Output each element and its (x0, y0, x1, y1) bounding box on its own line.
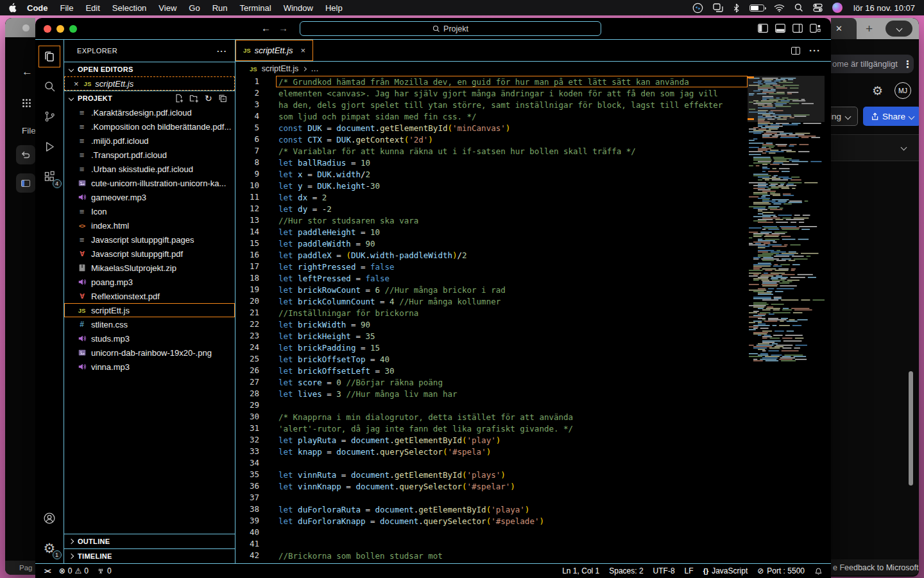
code-line-38[interactable]: 38let duForloraRuta = document.getElemen… (235, 504, 748, 515)
open-editor-item[interactable]: × JS scriptEtt.js (64, 76, 235, 91)
code-line-13[interactable]: 13//Hur stor studsaren ska vara (235, 215, 748, 226)
code-editor[interactable]: 1/* Grundkod hämtad från Mozilla dev, en… (235, 76, 831, 563)
problems-status[interactable]: ⊗0 ⚠0 (59, 566, 89, 575)
new-folder-icon[interactable] (189, 94, 199, 103)
file-row[interactable]: ≡Javascript slutuppgift.pages (64, 232, 235, 247)
run-debug-activity-icon[interactable] (35, 132, 64, 162)
code-line-29[interactable]: 29 (235, 399, 748, 411)
close-icon[interactable]: × (74, 79, 79, 89)
toggle-sidebar-icon[interactable] (758, 24, 768, 33)
history-forward-button[interactable]: → (278, 22, 288, 33)
timeline-section-header[interactable]: TIMELINE (64, 548, 235, 563)
code-line-28[interactable]: 28let lives = 3 //Hur många liv man har (235, 388, 748, 399)
file-row[interactable]: <>index.html (64, 218, 235, 232)
code-line-33[interactable]: 33let knapp = document.querySelector('#s… (235, 446, 748, 457)
code-line-37[interactable]: 37 (235, 492, 748, 504)
control-center-icon[interactable] (813, 3, 823, 12)
file-menu-item[interactable]: File (22, 126, 35, 136)
code-line-11[interactable]: 11let dx = 2 (235, 191, 748, 203)
customize-layout-icon[interactable] (810, 24, 821, 33)
spotlight-icon[interactable] (794, 3, 803, 12)
code-line-32[interactable]: 32let playRuta = document.getElementById… (235, 434, 748, 446)
views-actions-icon[interactable]: ··· (217, 46, 227, 56)
file-row[interactable]: ≡.Transport.pdf.icloud (64, 148, 235, 162)
tab-scriptett[interactable]: JS scriptEtt.js × (235, 40, 313, 61)
kebab-menu-icon[interactable]: ⋮ (898, 58, 912, 70)
code-line-16[interactable]: 16let paddleX = (DUK.width-paddleWidth)/… (235, 249, 748, 261)
account-icon[interactable] (35, 503, 64, 533)
file-row[interactable]: ≡.Karaktärsdesign.pdf.icloud (64, 105, 235, 119)
creative-cloud-icon[interactable] (692, 3, 703, 13)
file-row[interactable]: vinna.mp3 (64, 360, 235, 374)
status-notifications[interactable] (814, 567, 823, 575)
ports-status[interactable]: 0 (97, 566, 112, 575)
explorer-activity-icon[interactable] (35, 41, 64, 71)
file-row[interactable]: unicorn-dab-rainbow-19x20-.png (64, 346, 235, 360)
more-actions-icon[interactable]: ··· (809, 45, 821, 56)
update-notice[interactable]: ome är tillgängligt ⋮ (831, 55, 914, 73)
code-line-14[interactable]: 14let paddleHeight = 10 (235, 226, 748, 238)
code-line-35[interactable]: 35let vinnRuta = document.getElementById… (235, 469, 748, 480)
editing-mode-button[interactable]: ing (831, 107, 858, 126)
close-window-button[interactable] (44, 25, 51, 33)
code-line-1[interactable]: 1/* Grundkod hämtad från Mozilla dev, en… (235, 76, 748, 87)
status-language[interactable]: {}JavaScript (703, 566, 748, 575)
code-line-36[interactable]: 36let vinnKnapp = document.querySelector… (235, 480, 748, 492)
close-tab-icon[interactable]: × (301, 46, 306, 55)
open-editors-header[interactable]: OPEN EDITORS (64, 62, 235, 76)
breadcrumb[interactable]: JS scriptEtt.js … (235, 62, 831, 76)
code-lines[interactable]: 1/* Grundkod hämtad från Mozilla dev, en… (235, 76, 748, 563)
avatar[interactable]: MJ (894, 82, 911, 99)
code-line-17[interactable]: 17let rightPressed = false (235, 261, 748, 272)
code-line-30[interactable]: 30/* Knapprna i min dialogrutor, detta i… (235, 411, 748, 423)
collapsed-ribbon[interactable] (831, 134, 919, 161)
file-row[interactable]: #stliten.css (64, 317, 235, 331)
source-control-activity-icon[interactable] (35, 101, 64, 132)
minimap-slider[interactable] (748, 76, 825, 122)
code-line-8[interactable]: 8let ballRadius = 10 (235, 157, 748, 168)
battery-icon[interactable] (749, 4, 764, 12)
stage-manager-icon[interactable] (713, 3, 723, 12)
menu-code[interactable]: Code (27, 3, 48, 13)
scrollbar[interactable] (909, 371, 913, 486)
code-line-39[interactable]: 39let duForloraKnapp = document.querySel… (235, 515, 748, 527)
code-line-18[interactable]: 18let leftPressed = false (235, 272, 748, 284)
file-row[interactable]: ≡.miljö.pdf.icloud (64, 134, 235, 148)
minimize-window-button[interactable] (56, 25, 64, 33)
code-line-6[interactable]: 6const CTX = DUK.getContext('2d') (235, 134, 748, 145)
command-center-search[interactable]: Projekt (300, 21, 601, 36)
menu-go[interactable]: Go (189, 3, 200, 13)
code-line-23[interactable]: 23let brickHeight = 35 (235, 330, 748, 342)
status-spaces[interactable]: Spaces: 2 (609, 566, 643, 575)
menu-clock[interactable]: lör 16 nov. 10:07 (853, 3, 915, 13)
file-row[interactable]: ≡.Urban skisstudie.pdf.icloud (64, 162, 235, 176)
code-line-22[interactable]: 22let brickWidth = 90 (235, 319, 748, 330)
code-line-7[interactable]: 7/* Variablar för att kunna räkna ut i i… (235, 145, 748, 157)
code-line-10[interactable]: 10let y = DUK.height-30 (235, 180, 748, 191)
bluetooth-icon[interactable] (733, 3, 740, 13)
new-tab-button[interactable]: + (866, 22, 873, 36)
tab-list-button[interactable] (886, 21, 912, 37)
menu-run[interactable]: Run (212, 3, 228, 13)
code-line-34[interactable]: 34 (235, 457, 748, 469)
feedback-link[interactable]: e Feedback to Microsoft (831, 559, 919, 575)
toggle-secondary-sidebar-icon[interactable] (792, 24, 803, 33)
code-line-40[interactable]: 40 (235, 527, 748, 538)
search-activity-icon[interactable] (35, 71, 64, 101)
code-line-27[interactable]: 27let score = 0 //Börjar räkna poäng (235, 376, 748, 388)
outline-section-header[interactable]: OUTLINE (64, 534, 235, 548)
toggle-panel-icon[interactable] (775, 24, 785, 33)
file-row[interactable]: MikaelasSlutprojekt.zip (64, 261, 235, 275)
extensions-activity-icon[interactable]: 4 (35, 162, 64, 192)
file-row[interactable]: ≡.Komposition och bildberättande.pdf... (64, 119, 235, 134)
zoom-window-button[interactable] (69, 25, 77, 33)
status-port[interactable]: ⊘Port : 5500 (757, 566, 805, 575)
menu-file[interactable]: File (60, 3, 74, 13)
settings-gear-icon[interactable]: ⚙ 1 (35, 533, 64, 563)
siri-icon[interactable] (832, 3, 843, 13)
status-line-col[interactable]: Ln 1, Col 1 (562, 566, 599, 575)
file-row[interactable]: gameover.mp3 (64, 190, 235, 204)
menu-window[interactable]: Window (284, 3, 313, 13)
code-line-15[interactable]: 15let paddleWidth = 90 (235, 238, 748, 249)
code-line-9[interactable]: 9let x = DUK.width/2 (235, 168, 748, 180)
